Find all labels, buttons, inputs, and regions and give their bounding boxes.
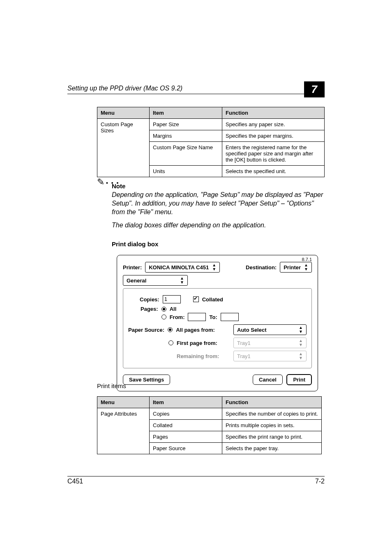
func-cell: Prints multiple copies in sets.	[222, 420, 322, 431]
chevron-updown-icon: ▲▼	[212, 263, 216, 271]
table-row: Custom Page Sizes Paper Size Specifies a…	[97, 119, 325, 130]
all-pages-radio[interactable]	[168, 327, 173, 332]
col-item: Item	[150, 397, 222, 408]
chevron-updown-icon: ▲▼	[299, 326, 303, 334]
panel-value: General	[127, 278, 146, 284]
item-cell: Paper Size	[150, 119, 222, 130]
pages-from-label: From:	[170, 314, 185, 320]
to-input[interactable]	[221, 313, 239, 321]
chevron-updown-icon: ▲▼	[304, 263, 308, 271]
func-cell: Enters the registered name for the speci…	[222, 142, 325, 166]
note-paragraph-2: The dialog boxes differ depending on the…	[112, 221, 325, 230]
col-item: Item	[150, 107, 222, 119]
remaining-value: Tray1	[237, 353, 251, 359]
remaining-select: Tray1 ▲▼	[233, 351, 307, 361]
pages-label: Pages:	[141, 306, 158, 312]
first-page-label: First page from:	[177, 340, 217, 346]
note-paragraph-1: Depending on the application, "Page Setu…	[112, 191, 325, 216]
item-cell: Units	[150, 166, 222, 177]
table-header-row: Menu Item Function	[97, 107, 325, 119]
item-cell: Margins	[150, 130, 222, 142]
func-cell: Specifies the print range to print.	[222, 431, 322, 443]
printer-label: Printer:	[123, 264, 142, 271]
cancel-button[interactable]: Cancel	[253, 375, 283, 385]
chapter-number: 7	[304, 81, 325, 97]
chevron-updown-icon: ▲▼	[299, 339, 303, 347]
note-label: Note	[112, 183, 125, 190]
print-dialog-subhead: Print dialog box	[112, 240, 158, 247]
header-title: Setting up the PPD driver (Mac OS 9.2)	[67, 85, 182, 92]
func-cell: Selects the paper tray.	[222, 443, 322, 454]
paper-source-label: Paper Source:	[128, 327, 164, 333]
footer-rule	[67, 476, 325, 476]
copies-input[interactable]: 1	[163, 295, 181, 303]
func-cell: Specifies the number of copies to print.	[222, 408, 322, 420]
running-header: Setting up the PPD driver (Mac OS 9.2)	[67, 85, 325, 94]
item-cell: Collated	[150, 420, 222, 431]
table-row: Page Attributes Copies Specifies the num…	[97, 408, 322, 420]
menu-cell: Custom Page Sizes	[97, 119, 150, 177]
print-button[interactable]: Print	[286, 374, 312, 385]
pages-all-label: All	[170, 306, 177, 312]
first-page-select: Tray1 ▲▼	[233, 338, 307, 348]
all-pages-label: All pages from:	[176, 327, 215, 333]
chevron-updown-icon: ▲▼	[180, 276, 184, 284]
pages-from-radio[interactable]	[161, 314, 166, 319]
col-function: Function	[222, 107, 325, 119]
pages-to-label: To:	[209, 314, 217, 320]
item-cell: Custom Page Size Name	[150, 142, 222, 166]
col-menu: Menu	[97, 107, 150, 119]
footer-left: C451	[67, 478, 83, 485]
all-pages-select[interactable]: Auto Select ▲▼	[233, 324, 307, 335]
footer-right: 7-2	[315, 478, 325, 485]
first-page-value: Tray1	[237, 340, 251, 346]
item-cell: Pages	[150, 431, 222, 443]
chevron-updown-icon: ▲▼	[299, 352, 303, 360]
destination-select[interactable]: Printer ▲▼	[280, 262, 312, 273]
save-settings-button[interactable]: Save Settings	[123, 375, 170, 385]
col-function: Function	[222, 397, 322, 408]
all-pages-value: Auto Select	[237, 327, 267, 333]
panel-select[interactable]: General ▲▼	[123, 275, 188, 286]
remaining-label: Remaining from:	[177, 353, 219, 359]
destination-value: Printer	[284, 264, 301, 271]
general-panel: Copies: 1 Collated Pages: All From:	[123, 288, 312, 368]
first-page-radio[interactable]	[168, 340, 173, 345]
col-menu: Menu	[97, 397, 150, 408]
func-cell: Specifies any paper size.	[222, 119, 325, 130]
pages-all-radio[interactable]	[161, 307, 166, 312]
print-items-label: Print items	[97, 382, 126, 389]
dialog-version: 8.7.1	[302, 257, 312, 262]
item-cell: Copies	[150, 408, 222, 420]
destination-label: Destination:	[246, 264, 277, 271]
func-cell: Specifies the paper margins.	[222, 130, 325, 142]
table-header-row: Menu Item Function	[97, 397, 322, 408]
printer-select[interactable]: KONICA MINOLTA C451 ▲▼	[145, 262, 220, 273]
menu-cell: Page Attributes	[97, 408, 150, 454]
collated-label: Collated	[202, 296, 223, 303]
print-items-table: Menu Item Function Page Attributes Copie…	[97, 396, 322, 454]
func-cell: Selects the specified unit.	[222, 166, 325, 177]
copies-label: Copies:	[140, 296, 159, 303]
collated-checkbox[interactable]	[193, 296, 199, 302]
item-cell: Paper Source	[150, 443, 222, 454]
print-dialog: 8.7.1 Printer: KONICA MINOLTA C451 ▲▼ De…	[117, 255, 318, 391]
custom-page-sizes-table: Menu Item Function Custom Page Sizes Pap…	[97, 107, 325, 177]
printer-value: KONICA MINOLTA C451	[149, 264, 209, 271]
from-input[interactable]	[188, 313, 206, 321]
